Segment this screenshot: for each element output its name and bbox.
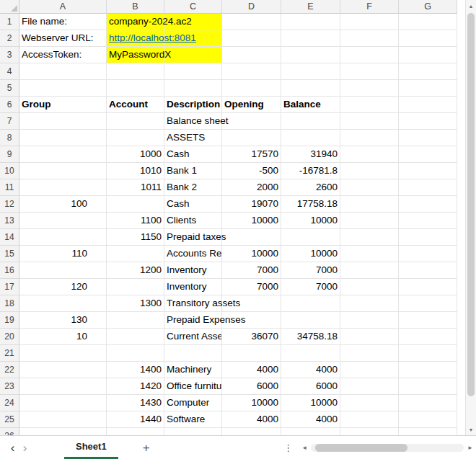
cell-G6[interactable] xyxy=(399,97,457,113)
cell-A22[interactable] xyxy=(19,362,107,378)
cell-G26[interactable] xyxy=(399,428,457,435)
cell-E15[interactable]: 10000 xyxy=(281,246,340,262)
cell-A26[interactable] xyxy=(19,428,107,435)
cell-G4[interactable] xyxy=(399,63,457,80)
cell-G21[interactable] xyxy=(399,345,457,362)
cell-G8[interactable] xyxy=(399,130,457,146)
cell-E12[interactable]: 17758.18 xyxy=(281,196,340,213)
cell-F8[interactable] xyxy=(340,130,399,146)
cell-E5[interactable] xyxy=(281,80,340,97)
cell-A21[interactable] xyxy=(19,345,107,362)
cell-A14[interactable] xyxy=(19,229,107,246)
cell-B4[interactable] xyxy=(107,63,164,80)
cell-E4[interactable] xyxy=(281,63,340,80)
cell-C23[interactable]: Office furniture xyxy=(164,378,222,395)
row-header-17[interactable]: 17 xyxy=(0,279,19,295)
add-sheet-button[interactable]: + xyxy=(143,442,150,454)
cell-G12[interactable] xyxy=(399,196,457,213)
cell-G10[interactable] xyxy=(399,163,457,179)
cell-B25[interactable]: 1440 xyxy=(107,411,164,428)
cell-F18[interactable] xyxy=(340,295,399,312)
cell-B11[interactable]: 1011 xyxy=(107,179,164,196)
cell-G20[interactable] xyxy=(399,329,457,345)
cell-A9[interactable] xyxy=(19,146,107,163)
cell-D23[interactable]: 6000 xyxy=(222,378,281,395)
cell-F1[interactable] xyxy=(340,14,399,30)
cell-C11[interactable]: Bank 2 xyxy=(164,179,222,196)
cell-B1[interactable]: company-2024.ac2 xyxy=(107,14,164,30)
row-header-16[interactable]: 16 xyxy=(0,262,19,279)
cell-F3[interactable] xyxy=(340,47,399,63)
cell-D17[interactable]: 7000 xyxy=(222,279,281,295)
cell-F21[interactable] xyxy=(340,345,399,362)
cell-B12[interactable] xyxy=(107,196,164,213)
cell-C20[interactable]: Current Assets xyxy=(164,329,222,345)
cell-E11[interactable]: 2600 xyxy=(281,179,340,196)
cell-F10[interactable] xyxy=(340,163,399,179)
cell-F6[interactable] xyxy=(340,97,399,113)
cell-A17[interactable]: 120 xyxy=(19,279,107,295)
cell-D10[interactable]: -500 xyxy=(222,163,281,179)
cell-F9[interactable] xyxy=(340,146,399,163)
column-header-E[interactable]: E xyxy=(281,0,340,14)
cell-D9[interactable]: 17570 xyxy=(222,146,281,163)
cell-A23[interactable] xyxy=(19,378,107,395)
cell-B16[interactable]: 1200 xyxy=(107,262,164,279)
tab-sheet1[interactable]: Sheet1 xyxy=(64,436,118,459)
cell-C3[interactable] xyxy=(164,47,222,63)
cell-G25[interactable] xyxy=(399,411,457,428)
cell-B19[interactable] xyxy=(107,312,164,329)
row-header-21[interactable]: 21 xyxy=(0,345,19,362)
cell-F12[interactable] xyxy=(340,196,399,213)
vertical-scroll-thumb[interactable] xyxy=(467,13,475,396)
cell-B9[interactable]: 1000 xyxy=(107,146,164,163)
cell-B22[interactable]: 1400 xyxy=(107,362,164,378)
cell-G18[interactable] xyxy=(399,295,457,312)
select-all-button[interactable] xyxy=(0,0,19,14)
cell-C15[interactable]: Accounts Receivable xyxy=(164,246,222,262)
row-header-19[interactable]: 19 xyxy=(0,312,19,329)
cell-G14[interactable] xyxy=(399,229,457,246)
scrollbar-resize-handle[interactable]: ⋮ xyxy=(283,442,293,453)
scroll-down-icon[interactable]: ▼ xyxy=(466,424,476,435)
cell-C25[interactable]: Software xyxy=(164,411,222,428)
cell-C17[interactable]: Inventory xyxy=(164,279,222,295)
horizontal-scrollbar[interactable] xyxy=(311,444,464,452)
cell-E3[interactable] xyxy=(281,47,340,63)
cell-B5[interactable] xyxy=(107,80,164,97)
row-header-13[interactable]: 13 xyxy=(0,213,19,229)
row-header-24[interactable]: 24 xyxy=(0,395,19,411)
row-header-4[interactable]: 4 xyxy=(0,63,19,80)
cell-D25[interactable]: 4000 xyxy=(222,411,281,428)
row-header-1[interactable]: 1 xyxy=(0,14,19,30)
cell-C26[interactable] xyxy=(164,428,222,435)
cell-G22[interactable] xyxy=(399,362,457,378)
column-header-D[interactable]: D xyxy=(222,0,281,14)
cell-A4[interactable] xyxy=(19,63,107,80)
cell-G16[interactable] xyxy=(399,262,457,279)
cell-B2[interactable]: http://localhost:8081 xyxy=(107,30,164,47)
cell-B24[interactable]: 1430 xyxy=(107,395,164,411)
cell-D24[interactable]: 10000 xyxy=(222,395,281,411)
cell-B17[interactable] xyxy=(107,279,164,295)
cell-E22[interactable]: 4000 xyxy=(281,362,340,378)
cell-A11[interactable] xyxy=(19,179,107,196)
cell-C12[interactable]: Cash xyxy=(164,196,222,213)
cell-F16[interactable] xyxy=(340,262,399,279)
cell-F19[interactable] xyxy=(340,312,399,329)
row-header-8[interactable]: 8 xyxy=(0,130,19,146)
cell-A1[interactable]: File name: xyxy=(19,14,107,30)
cell-E2[interactable] xyxy=(281,30,340,47)
cell-B15[interactable] xyxy=(107,246,164,262)
cell-B21[interactable] xyxy=(107,345,164,362)
cell-E24[interactable]: 10000 xyxy=(281,395,340,411)
row-header-26[interactable]: 26 xyxy=(0,428,19,435)
column-header-C[interactable]: C xyxy=(164,0,222,14)
hyperlink-B2[interactable]: http://localhost:8081 xyxy=(109,32,196,43)
cell-E13[interactable]: 10000 xyxy=(281,213,340,229)
row-header-18[interactable]: 18 xyxy=(0,295,19,312)
cell-C24[interactable]: Computer xyxy=(164,395,222,411)
cell-G15[interactable] xyxy=(399,246,457,262)
row-header-22[interactable]: 22 xyxy=(0,362,19,378)
vertical-scroll-track[interactable] xyxy=(466,12,476,424)
